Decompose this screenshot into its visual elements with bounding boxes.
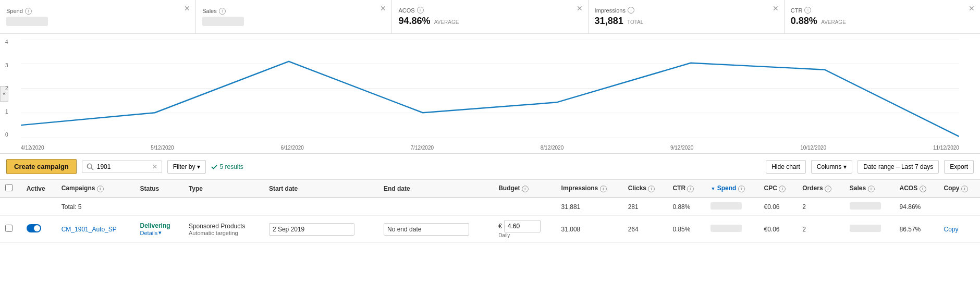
campaign-link[interactable]: CM_1901_Auto_SP xyxy=(62,226,117,233)
ctr-sub: AVERAGE xyxy=(821,19,846,25)
row-sales-cell xyxy=(844,216,895,243)
totals-label: Total: 5 xyxy=(62,203,82,211)
th-budget[interactable]: Budget i xyxy=(493,180,556,198)
sales-col-info-icon[interactable]: i xyxy=(868,186,875,192)
budget-wrapper: € xyxy=(498,220,550,232)
row-checkbox[interactable] xyxy=(5,225,13,232)
export-button[interactable]: Export xyxy=(944,160,974,174)
svg-point-5 xyxy=(87,164,92,168)
th-sales[interactable]: Sales i xyxy=(844,180,895,198)
budget-period: Daily xyxy=(498,232,550,238)
impressions-label: Impressions xyxy=(595,7,626,14)
row-start-date-cell xyxy=(264,216,378,243)
totals-ctr: 0.88% xyxy=(672,203,690,211)
th-spend[interactable]: ▼ Spend i xyxy=(705,180,758,198)
sales-info-icon[interactable]: i xyxy=(219,8,226,15)
date-range-button[interactable]: Date range – Last 7 days xyxy=(858,160,939,174)
impressions-col-info-icon[interactable]: i xyxy=(600,186,607,192)
status-delivering: Delivering xyxy=(140,222,178,229)
row-checkbox-cell xyxy=(0,216,21,243)
create-campaign-button[interactable]: Create campaign xyxy=(6,159,77,174)
campaigns-info-icon[interactable]: i xyxy=(97,186,104,192)
columns-chevron-icon: ▾ xyxy=(843,163,847,170)
totals-orders: 2 xyxy=(802,203,806,211)
spend-close-icon[interactable]: ✕ xyxy=(184,4,190,13)
row-spend-cell xyxy=(705,216,758,243)
active-toggle[interactable] xyxy=(27,224,41,232)
acos-info-icon[interactable]: i xyxy=(417,7,424,14)
clicks-info-icon[interactable]: i xyxy=(648,186,655,192)
budget-input[interactable] xyxy=(504,220,541,232)
totals-acos: 94.86% xyxy=(900,203,921,211)
ctr-label: CTR xyxy=(791,7,803,14)
status-details-link[interactable]: Details ▾ xyxy=(140,229,178,236)
sales-close-icon[interactable]: ✕ xyxy=(380,4,386,13)
end-date-input[interactable] xyxy=(384,223,469,236)
th-orders[interactable]: Orders i xyxy=(797,180,844,198)
th-ctr[interactable]: CTR i xyxy=(667,180,705,198)
th-type[interactable]: Type xyxy=(183,180,264,198)
row-clicks-cell: 264 xyxy=(623,216,668,243)
th-active: Active xyxy=(21,180,56,198)
th-status-label: Status xyxy=(140,185,160,192)
impressions-sub: TOTAL xyxy=(627,19,643,25)
th-acos[interactable]: ACOS i xyxy=(895,180,939,198)
totals-acos-cell: 94.86% xyxy=(895,198,939,216)
orders-info-icon[interactable]: i xyxy=(825,186,831,192)
th-clicks[interactable]: Clicks i xyxy=(623,180,668,198)
search-clear-icon[interactable]: ✕ xyxy=(152,163,157,170)
row-cpc-cell: €0.06 xyxy=(758,216,797,243)
row-ctr: 0.85% xyxy=(672,226,690,233)
acos-close-icon[interactable]: ✕ xyxy=(577,4,583,13)
spend-col-info-icon[interactable]: i xyxy=(738,186,745,192)
impressions-info-icon[interactable]: i xyxy=(628,7,634,14)
hide-chart-button[interactable]: Hide chart xyxy=(766,160,806,174)
ctr-value: 0.88% xyxy=(791,16,817,26)
results-badge: 5 results xyxy=(211,163,243,170)
metric-card-sales: Sales i ✕ xyxy=(196,0,392,33)
row-orders: 2 xyxy=(802,226,806,233)
th-end-date[interactable]: End date xyxy=(378,180,493,198)
results-label: 5 results xyxy=(219,163,243,170)
th-campaigns[interactable]: Campaigns i xyxy=(56,180,135,198)
budget-currency: € xyxy=(498,223,502,230)
row-cpc: €0.06 xyxy=(764,226,779,233)
sales-label: Sales xyxy=(202,8,217,14)
cpc-info-icon[interactable]: i xyxy=(779,186,786,192)
th-impressions-label: Impressions xyxy=(561,185,598,192)
search-input[interactable] xyxy=(97,163,149,170)
ctr-info-icon[interactable]: i xyxy=(804,7,811,14)
row-end-date-cell xyxy=(378,216,493,243)
row-spend-blurred xyxy=(710,225,742,232)
table-row: CM_1901_Auto_SP Delivering Details ▾ Spo… xyxy=(0,216,980,243)
totals-ctr-cell: 0.88% xyxy=(667,198,705,216)
totals-cpc-cell: €0.06 xyxy=(758,198,797,216)
totals-spend-blurred xyxy=(710,202,742,210)
totals-sales-blurred xyxy=(850,202,881,210)
check-icon xyxy=(211,164,217,170)
row-acos-cell: 86.57% xyxy=(895,216,939,243)
copy-col-info-icon[interactable]: i xyxy=(961,186,968,192)
ctr-col-info-icon[interactable]: i xyxy=(687,186,694,192)
budget-info-icon[interactable]: i xyxy=(522,186,529,192)
spend-label: Spend xyxy=(6,8,23,14)
ctr-close-icon[interactable]: ✕ xyxy=(969,4,975,13)
spend-info-icon[interactable]: i xyxy=(25,8,32,15)
acos-col-info-icon[interactable]: i xyxy=(920,186,926,192)
sales-value-blurred xyxy=(202,17,244,26)
row-acos: 86.57% xyxy=(900,226,921,233)
th-cpc[interactable]: CPC i xyxy=(758,180,797,198)
metric-card-acos: ACOS i 94.86% AVERAGE ✕ xyxy=(392,0,588,33)
columns-button[interactable]: Columns ▾ xyxy=(811,160,852,174)
th-start-date[interactable]: Start date xyxy=(264,180,378,198)
filter-by-button[interactable]: Filter by ▾ xyxy=(167,160,206,174)
copy-link[interactable]: Copy xyxy=(944,226,958,233)
search-box: ✕ xyxy=(82,161,162,173)
ctr-value-row: 0.88% AVERAGE xyxy=(791,16,974,27)
impressions-close-icon[interactable]: ✕ xyxy=(773,4,779,13)
start-date-input[interactable] xyxy=(269,223,354,236)
th-status[interactable]: Status xyxy=(135,180,183,198)
th-impressions[interactable]: Impressions i xyxy=(556,180,623,198)
select-all-checkbox[interactable] xyxy=(5,184,13,191)
row-clicks: 264 xyxy=(628,226,639,233)
